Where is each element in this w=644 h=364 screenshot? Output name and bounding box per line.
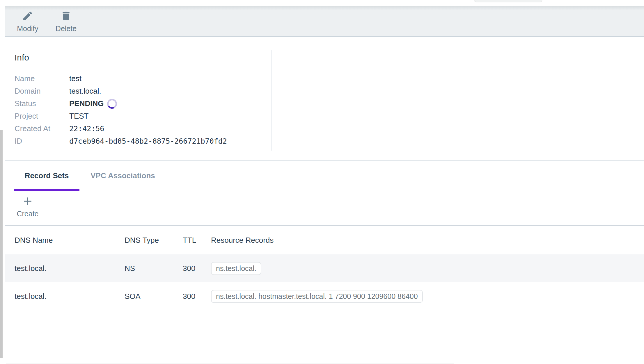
table-row: test.local. SOA 300 ns.test.local. hostm… (5, 282, 644, 310)
action-toolbar: Modify Delete (5, 6, 644, 37)
info-row-domain: Domain test.local. (15, 85, 227, 97)
project-value: TEST (69, 112, 88, 121)
id-value: d7ceb964-bd85-48b2-8875-266721b70fd2 (69, 137, 227, 145)
cell-dns-type: NS (125, 254, 135, 282)
create-record-set-button[interactable]: Create (12, 195, 44, 217)
cell-dns-name: test.local. (15, 282, 47, 310)
left-scrollbar-thumb[interactable] (0, 130, 3, 358)
delete-button-label: Delete (56, 25, 77, 32)
status-badge: PENDING (69, 99, 117, 109)
cell-ttl: 300 (183, 282, 195, 310)
project-label: Project (15, 112, 69, 121)
tab-record-sets[interactable]: Record Sets (14, 161, 79, 191)
modify-button[interactable]: Modify (12, 10, 44, 32)
record-sets-table-header: DNS Name DNS Type TTL Resource Records (5, 226, 644, 254)
domain-value: test.local. (69, 87, 101, 96)
info-row-name: Name test (15, 72, 227, 85)
pencil-icon (22, 10, 33, 23)
delete-button[interactable]: Delete (50, 10, 82, 32)
info-row-project: Project TEST (15, 110, 227, 122)
cell-resource-records: ns.test.local. hostmaster.test.local. 1 … (211, 282, 423, 310)
tab-vpc-associations[interactable]: VPC Associations (89, 161, 157, 191)
info-rows: Name test Domain test.local. Status PEND… (15, 72, 227, 147)
header-ttl: TTL (183, 226, 196, 254)
tab-bar: Record Sets VPC Associations (5, 161, 644, 191)
create-button-label: Create (17, 210, 38, 217)
resource-record-chip: ns.test.local. (211, 262, 261, 275)
info-section-title: Info (15, 53, 29, 63)
browser-artifact (474, 0, 542, 2)
info-row-created-at: Created At 22:42:56 (15, 122, 227, 135)
cell-dns-type: SOA (125, 282, 141, 310)
header-resource-records: Resource Records (211, 226, 274, 254)
header-dns-type: DNS Type (125, 226, 159, 254)
status-value: PENDING (69, 99, 104, 108)
table-row: test.local. NS 300 ns.test.local. (5, 254, 644, 282)
plus-icon (21, 195, 34, 208)
domain-label: Domain (15, 87, 69, 96)
created-at-value: 22:42:56 (69, 124, 104, 133)
cell-dns-name: test.local. (15, 254, 47, 282)
record-sets-toolbar: Create (5, 192, 644, 226)
pending-spinner-icon (106, 98, 118, 110)
modify-button-label: Modify (17, 25, 38, 32)
name-value: test (69, 74, 81, 83)
trash-icon (60, 10, 72, 23)
cell-ttl: 300 (183, 254, 195, 282)
bottom-edge-line (6, 363, 454, 363)
resource-record-chip: ns.test.local. hostmaster.test.local. 1 … (211, 290, 423, 303)
info-row-id: ID d7ceb964-bd85-48b2-8875-266721b70fd2 (15, 135, 227, 147)
cell-resource-records: ns.test.local. (211, 254, 261, 282)
status-label: Status (15, 99, 69, 108)
info-vertical-divider (271, 50, 272, 151)
header-dns-name: DNS Name (15, 226, 53, 254)
zone-detail-panel: Info Name test Domain test.local. Status… (5, 38, 644, 364)
created-at-label: Created At (15, 124, 69, 133)
info-row-status: Status PENDING (15, 97, 227, 110)
name-label: Name (15, 74, 69, 83)
id-label: ID (15, 137, 69, 146)
